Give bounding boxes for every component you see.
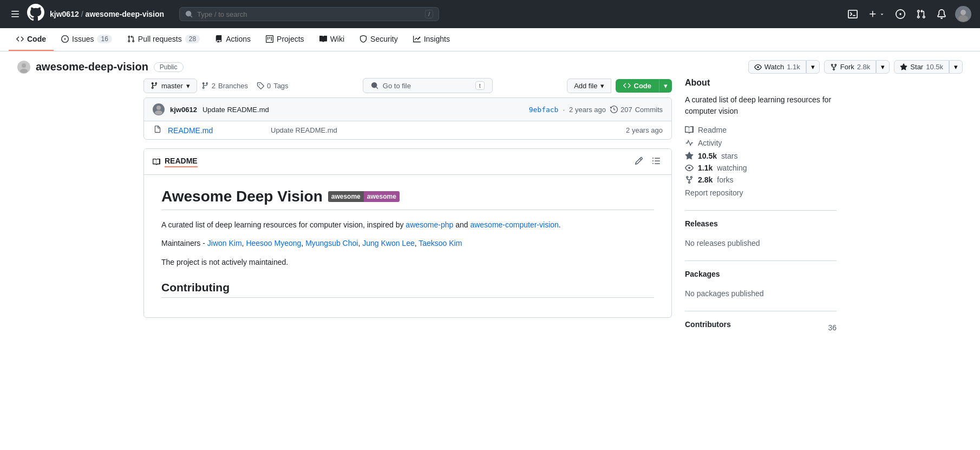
tab-issues-label: Issues xyxy=(72,35,94,43)
wiki-tab-icon xyxy=(319,35,327,43)
tab-pull-requests[interactable]: Pull requests 28 xyxy=(120,28,207,51)
svg-point-0 xyxy=(961,10,966,15)
commit-author-name[interactable]: kjw0612 xyxy=(170,106,197,114)
tab-actions[interactable]: Actions xyxy=(207,28,258,51)
forks-stat: 2.8k forks xyxy=(685,175,837,184)
book-sidebar-icon xyxy=(685,126,694,134)
releases-section: Releases No releases published xyxy=(685,219,837,247)
commit-header: kjw0612 Update README.md 9ebfacb · 2 yea… xyxy=(144,98,671,121)
edit-readme-btn[interactable] xyxy=(632,154,645,169)
pull-requests-button[interactable] xyxy=(914,7,928,21)
link-awesome-cv[interactable]: awesome-computer-vision xyxy=(470,220,558,229)
commit-message: Update README.md xyxy=(202,106,524,114)
tab-projects-label: Projects xyxy=(277,35,304,43)
svg-point-3 xyxy=(20,69,28,73)
report-repository-link[interactable]: Report repository xyxy=(685,188,837,197)
tab-projects[interactable]: Projects xyxy=(258,28,312,51)
packages-empty: No packages published xyxy=(685,289,837,298)
tags-link[interactable]: 0 Tags xyxy=(257,82,289,90)
issues-badge: 16 xyxy=(97,35,112,43)
fork-count: 2.8k xyxy=(857,63,871,71)
link-heesoo-myeong[interactable]: Heesoo Myeong xyxy=(246,239,301,247)
go-to-file-button[interactable]: Go to file t xyxy=(363,78,493,93)
branch-bar: master ▾ 2 Branches xyxy=(143,78,672,97)
breadcrumb-owner[interactable]: kjw0612 xyxy=(50,10,79,18)
link-taeksoo-kim[interactable]: Taeksoo Kim xyxy=(419,239,462,247)
svg-point-1 xyxy=(958,15,968,22)
file-name[interactable]: README.md xyxy=(168,126,265,135)
readme-title: README xyxy=(153,156,198,167)
branch-icon xyxy=(151,82,158,89)
activity-link[interactable]: Activity xyxy=(685,139,837,147)
branches-link[interactable]: 2 Branches xyxy=(201,82,248,90)
code-icon xyxy=(16,35,24,43)
github-logo[interactable] xyxy=(27,4,44,25)
link-jung-kwon-lee[interactable]: Jung Kwon Lee xyxy=(362,239,415,247)
watch-dropdown[interactable]: ▾ xyxy=(806,60,820,74)
fork-button[interactable]: Fork 2.8k xyxy=(824,60,877,74)
watch-button[interactable]: Watch 1.1k xyxy=(748,60,806,74)
code-btn-group: Code ▾ xyxy=(616,79,672,93)
tab-actions-label: Actions xyxy=(226,35,251,43)
stars-label: stars xyxy=(721,152,737,160)
stars-count: 10.5k xyxy=(698,152,717,160)
commit-dot: · xyxy=(563,106,565,114)
branches-icon xyxy=(201,82,209,89)
readme-maintainers-para: Maintainers - Jiwon Kim, Heesoo Myeong, … xyxy=(161,237,654,249)
link-awesome-php[interactable]: awesome-php xyxy=(406,220,453,229)
terminal-button[interactable] xyxy=(846,7,860,21)
star-dropdown[interactable]: ▾ xyxy=(949,60,963,74)
add-file-button[interactable]: Add file ▾ xyxy=(567,79,611,93)
notifications-button[interactable] xyxy=(935,7,949,21)
new-button[interactable] xyxy=(866,8,887,21)
eye-sidebar-icon xyxy=(685,164,694,172)
tab-wiki[interactable]: Wiki xyxy=(312,28,352,51)
watch-btn-group: Watch 1.1k ▾ xyxy=(748,60,820,74)
badge-right: awesome xyxy=(364,191,400,202)
tab-code[interactable]: Code xyxy=(9,28,54,51)
releases-header: Releases xyxy=(685,219,837,234)
search-input[interactable] xyxy=(197,10,421,18)
hamburger-button[interactable] xyxy=(9,8,22,21)
breadcrumb-separator: / xyxy=(81,10,83,18)
repo-visibility-badge: Public xyxy=(154,62,184,72)
readme-actions xyxy=(632,154,663,169)
svg-point-5 xyxy=(155,110,162,115)
list-readme-btn[interactable] xyxy=(650,154,663,169)
tab-issues[interactable]: Issues 16 xyxy=(54,28,120,51)
commit-meta: 9ebfacb · 2 years ago 207 Commits xyxy=(529,106,663,114)
tab-insights[interactable]: Insights xyxy=(406,28,458,51)
commit-hash[interactable]: 9ebfacb xyxy=(529,106,559,114)
link-myungsub-choi[interactable]: Myungsub Choi xyxy=(305,239,358,247)
fork-dropdown[interactable]: ▾ xyxy=(876,60,890,74)
contributors-title: Contributors xyxy=(685,320,731,329)
breadcrumb-repo[interactable]: awesome-deep-vision xyxy=(86,10,165,18)
forks-count: 2.8k xyxy=(698,175,713,184)
code-dropdown[interactable]: ▾ xyxy=(659,79,672,93)
branches-label: Branches xyxy=(218,82,248,90)
fork-btn-group: Fork 2.8k ▾ xyxy=(824,60,890,74)
tab-security[interactable]: Security xyxy=(352,28,406,51)
star-btn-group: Star 10.5k ▾ xyxy=(894,60,963,74)
actions-tab-icon xyxy=(215,35,223,43)
user-avatar[interactable] xyxy=(955,6,971,22)
commits-label: Commits xyxy=(635,106,663,114)
branch-name: master xyxy=(161,82,183,90)
issues-button[interactable] xyxy=(893,7,907,21)
pr-badge: 28 xyxy=(185,35,200,43)
watching-label: watching xyxy=(717,164,747,172)
readme-tab-label: README xyxy=(165,156,198,167)
branches-count: 2 xyxy=(212,82,215,90)
fork-sidebar-icon xyxy=(685,175,694,184)
branch-selector[interactable]: master ▾ xyxy=(143,79,197,93)
go-to-file-kbd: t xyxy=(475,81,485,90)
code-button[interactable]: Code xyxy=(616,79,659,93)
commits-link[interactable]: 207 Commits xyxy=(610,106,663,114)
commits-count: 207 xyxy=(620,106,632,114)
add-file-label: Add file xyxy=(574,82,597,90)
tab-security-label: Security xyxy=(370,35,398,43)
readme-link[interactable]: Readme xyxy=(685,126,837,134)
link-jiwon-kim[interactable]: Jiwon Kim xyxy=(207,239,242,247)
star-button[interactable]: Star 10.5k xyxy=(894,60,949,74)
watching-count: 1.1k xyxy=(698,164,713,172)
